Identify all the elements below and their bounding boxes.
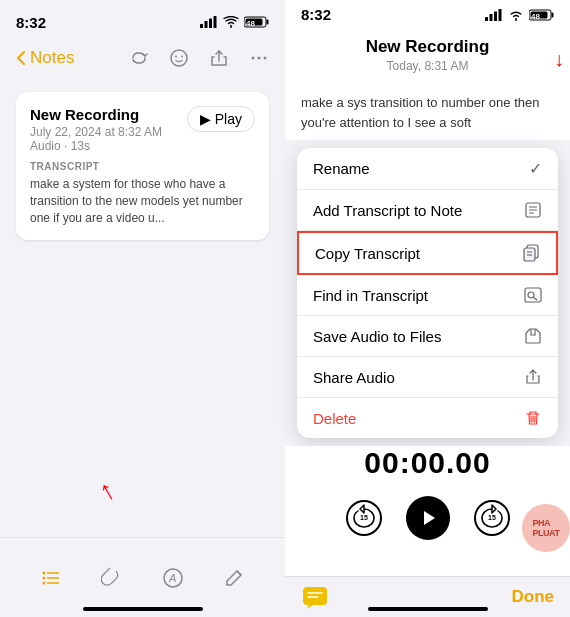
note-text: make a sys transition to number one then…: [285, 85, 570, 140]
svg-rect-0: [200, 24, 203, 28]
svg-rect-2: [209, 19, 212, 29]
watermark-text: PHAPLUAT: [533, 518, 560, 538]
svg-rect-5: [267, 20, 269, 25]
svg-point-12: [258, 57, 261, 60]
wifi-icon: [223, 16, 239, 28]
menu-item-find-transcript[interactable]: Find in Transcript: [297, 275, 558, 316]
menu-item-share-audio[interactable]: Share Audio: [297, 357, 558, 398]
signal-icon: [200, 16, 218, 28]
done-button[interactable]: Done: [512, 587, 555, 607]
svg-text:48: 48: [246, 19, 255, 28]
list-icon[interactable]: [40, 567, 62, 589]
play-large-button[interactable]: [406, 496, 450, 540]
right-battery-icon: 48: [529, 9, 554, 21]
timer: 00:00.00: [364, 446, 490, 480]
svg-point-10: [181, 56, 183, 58]
text-format-icon[interactable]: A: [162, 567, 184, 589]
menu-label-copy-transcript: Copy Transcript: [315, 245, 420, 262]
red-arrow-right: ↓: [554, 48, 564, 71]
transcript-text: make a system for those who have a trans…: [30, 176, 255, 226]
svg-rect-25: [499, 9, 502, 21]
note-date: Today, 8:31 AM: [301, 59, 554, 73]
menu-label-add-transcript: Add Transcript to Note: [313, 202, 462, 219]
svg-text:15: 15: [360, 514, 368, 521]
back-to-notes[interactable]: Notes: [16, 48, 74, 68]
share-icon[interactable]: [209, 48, 229, 68]
svg-rect-22: [485, 17, 488, 21]
play-button[interactable]: ▶ Play: [187, 106, 255, 132]
svg-rect-46: [303, 587, 327, 605]
left-status-icons: 48: [200, 16, 269, 28]
right-panel: 8:32 48 ↓ New Recording Today: [285, 0, 570, 617]
home-indicator-left: [83, 607, 203, 611]
menu-item-rename[interactable]: Rename ✓: [297, 148, 558, 190]
note-header: New Recording Today, 8:31 AM: [285, 29, 570, 85]
recording-card[interactable]: New Recording July 22, 2024 at 8:32 AM A…: [16, 92, 269, 240]
svg-line-40: [534, 298, 538, 301]
svg-rect-3: [214, 16, 217, 28]
menu-label-find-transcript: Find in Transcript: [313, 287, 428, 304]
menu-label-delete: Delete: [313, 410, 356, 427]
rename-icon: ✓: [529, 159, 542, 178]
left-panel: 8:32 48: [0, 0, 285, 617]
play-label: ▶ Play: [200, 111, 242, 127]
svg-point-9: [175, 56, 177, 58]
add-transcript-icon: [524, 201, 542, 219]
left-time: 8:32: [16, 14, 46, 31]
refresh-icon[interactable]: [129, 48, 149, 68]
more-icon[interactable]: [249, 48, 269, 68]
right-signal-icon: [485, 9, 503, 21]
svg-point-16: [42, 576, 45, 579]
rewind-15-button[interactable]: 15: [346, 500, 382, 536]
menu-label-save-audio: Save Audio to Files: [313, 328, 441, 345]
find-transcript-icon: [524, 286, 542, 304]
battery-icon: 48: [244, 16, 269, 28]
left-nav-actions: [129, 48, 269, 68]
svg-text:48: 48: [531, 12, 540, 21]
right-status-bar: 8:32 48: [285, 0, 570, 29]
svg-point-8: [171, 50, 187, 66]
watermark: PHAPLUAT: [522, 504, 570, 552]
svg-point-14: [42, 571, 45, 574]
back-chevron-icon: [16, 50, 26, 66]
svg-text:15: 15: [488, 514, 496, 521]
context-menu-container: Rename ✓ Add Transcript to Note Copy Tra…: [285, 148, 570, 438]
svg-point-18: [42, 581, 45, 584]
paperclip-icon[interactable]: [101, 567, 123, 589]
svg-rect-24: [494, 11, 497, 21]
edit-icon[interactable]: [223, 567, 245, 589]
svg-point-13: [264, 57, 267, 60]
context-menu: Rename ✓ Add Transcript to Note Copy Tra…: [297, 148, 558, 438]
right-status-icons: 48: [485, 9, 554, 21]
forward-icon: 15: [478, 504, 506, 532]
left-status-bar: 8:32 48: [0, 0, 285, 44]
rewind-icon: 15: [350, 504, 378, 532]
delete-icon: [524, 409, 542, 427]
svg-rect-1: [205, 21, 208, 28]
menu-item-delete[interactable]: Delete: [297, 398, 558, 438]
emoji-icon[interactable]: [169, 48, 189, 68]
left-content: New Recording July 22, 2024 at 8:32 AM A…: [0, 80, 285, 537]
chat-bubble-icon[interactable]: [301, 583, 329, 611]
menu-item-add-transcript[interactable]: Add Transcript to Note: [297, 190, 558, 231]
playback-controls: 15 15: [346, 496, 510, 540]
transcript-label: TRANSCRIPT: [30, 161, 255, 172]
note-title: New Recording: [301, 37, 554, 57]
play-large-icon: [419, 509, 437, 527]
menu-label-share-audio: Share Audio: [313, 369, 395, 386]
forward-15-button[interactable]: 15: [474, 500, 510, 536]
right-wifi-icon: [508, 9, 524, 21]
menu-item-copy-transcript[interactable]: Copy Transcript: [297, 231, 558, 275]
save-audio-icon: [524, 327, 542, 345]
left-nav: Notes: [0, 44, 285, 80]
svg-text:A: A: [168, 572, 176, 584]
right-time: 8:32: [301, 6, 331, 23]
menu-item-save-audio[interactable]: Save Audio to Files: [297, 316, 558, 357]
copy-transcript-icon: [522, 244, 540, 262]
svg-point-11: [252, 57, 255, 60]
watermark-circle: PHAPLUAT: [522, 504, 570, 552]
back-label: Notes: [30, 48, 74, 68]
home-indicator-right: [368, 607, 488, 611]
menu-label-rename: Rename: [313, 160, 370, 177]
svg-rect-23: [490, 14, 493, 21]
